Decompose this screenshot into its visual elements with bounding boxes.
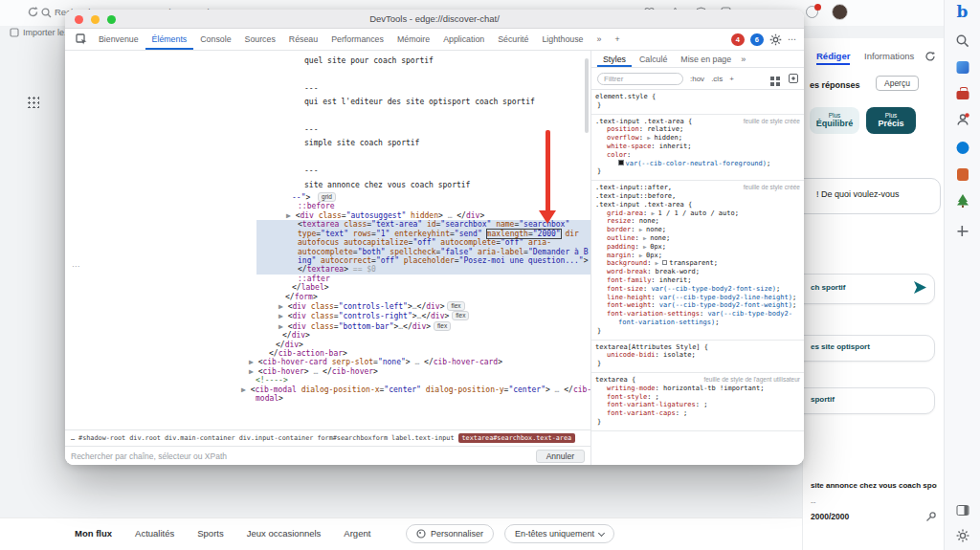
computed-grid-icon[interactable] xyxy=(770,77,774,80)
issues-badge[interactable]: 6 xyxy=(750,33,764,46)
dom-tree-node[interactable]: ::before xyxy=(65,202,590,210)
node-menu-icon[interactable]: ⋯ xyxy=(72,262,79,271)
collections-icon[interactable] xyxy=(956,61,969,74)
add-sidebar-icon[interactable] xyxy=(957,226,968,236)
dom-tree-node[interactable]: ::after xyxy=(65,275,590,283)
tab-styles[interactable]: Styles xyxy=(597,51,632,67)
styles-filter-input[interactable] xyxy=(597,73,683,85)
nav-jeux[interactable]: Jeux occasionnels xyxy=(247,528,322,539)
devtools-titlebar[interactable]: DevTools - edge://discover-chat/ xyxy=(65,10,804,29)
dom-tree-node[interactable]: --"> grid xyxy=(65,192,590,202)
error-badge[interactable]: 4 xyxy=(731,33,745,46)
tab-lighthouse[interactable]: Lighthouse xyxy=(535,29,590,50)
crumb-div-root[interactable]: div.root xyxy=(129,434,161,442)
inspect-element-icon[interactable] xyxy=(71,29,92,50)
dom-tree-node[interactable]: simple site coach sportif xyxy=(65,137,590,150)
dom-tree-node[interactable]: ▶ <div class="controls-right">…</div>fle… xyxy=(65,311,590,320)
dom-tree-node[interactable]: type="text" rows="1" enterkeyhint="send"… xyxy=(65,230,590,238)
dom-tree-node[interactable]: --- xyxy=(65,123,590,137)
zoom-button[interactable] xyxy=(107,15,116,24)
dom-tree-node[interactable]: ▶ <cib-hover-card serp-slot="none"> … </… xyxy=(65,358,590,366)
css-rule[interactable]: feuille de style de l'agent utilisateurt… xyxy=(591,373,804,431)
dom-tree-node[interactable]: quel site pour coach sportif xyxy=(65,55,590,68)
minimize-button[interactable] xyxy=(91,15,100,24)
css-rule[interactable]: element.style {} xyxy=(591,90,804,115)
dom-tree-node[interactable]: modal> xyxy=(65,394,590,403)
profile-avatar[interactable] xyxy=(832,4,848,20)
dom-tree-node[interactable]: <!----> xyxy=(65,376,590,385)
import-favorites-button[interactable]: Importer le... xyxy=(10,28,72,37)
dom-tree-node[interactable]: --- xyxy=(65,82,590,96)
crumb-input-container[interactable]: div.input-container xyxy=(239,434,314,442)
dom-tree-node[interactable]: </div> xyxy=(65,341,590,349)
css-rules-list[interactable]: element.style {}feuille de style créée.t… xyxy=(591,90,804,465)
suggestion-2-label[interactable]: es site optisport xyxy=(811,342,870,351)
tone-precise-button[interactable]: Plus Précis xyxy=(866,107,916,134)
tab-securite[interactable]: Sécurité xyxy=(491,29,535,50)
personalize-button[interactable]: Personnaliser xyxy=(406,524,494,543)
dom-tree-node[interactable]: </div> xyxy=(65,331,590,340)
dom-tree-node[interactable]: ▶ <div class="controls-left">…</div>flex xyxy=(65,301,590,311)
shopping-icon[interactable] xyxy=(957,168,969,181)
css-rule[interactable]: feuille de style créée.text-input::after… xyxy=(591,181,804,340)
element-state-icon[interactable] xyxy=(789,74,798,83)
tab-calcule[interactable]: Calculé xyxy=(634,51,673,67)
gear-icon[interactable] xyxy=(956,529,969,542)
dom-tree-node[interactable]: autofocus autocapitalize="off" autocompl… xyxy=(65,238,590,247)
dom-tree-node[interactable]: ▶ <cib-modal dialog-position-x="center" … xyxy=(65,385,590,394)
panel-toggle-icon[interactable] xyxy=(956,505,969,516)
styles-more-tabs-icon[interactable]: » xyxy=(741,55,746,64)
suggestion-1-label[interactable]: ch sportif xyxy=(811,283,845,292)
tab-memoire[interactable]: Mémoire xyxy=(390,29,436,50)
nav-actualites[interactable]: Actualités xyxy=(135,528,174,539)
tab-sources[interactable]: Sources xyxy=(238,29,282,50)
tab-reseau[interactable]: Réseau xyxy=(282,29,324,50)
css-rule[interactable]: textarea[Attributes Style] {unicode-bidi… xyxy=(591,341,804,373)
more-tabs-icon[interactable]: » xyxy=(590,29,609,50)
tab-mise-en-page[interactable]: Mise en page xyxy=(675,51,737,67)
chat-input-text[interactable]: site annonce chez vous coach sportif xyxy=(811,481,937,490)
dom-tree-node[interactable]: ing" autocorrect="off" placeholder="Pose… xyxy=(65,256,590,265)
dom-tree-node[interactable]: site annonce chez vous coach sportif xyxy=(65,179,590,192)
apercu-button[interactable]: Aperçu xyxy=(876,76,919,91)
headers-only-dropdown[interactable]: En-têtes uniquement xyxy=(504,524,614,543)
profile-icon[interactable] xyxy=(956,113,969,126)
suggestion-3-label[interactable]: sportif xyxy=(811,395,835,404)
messenger-icon[interactable] xyxy=(956,142,969,154)
crumb-main-container[interactable]: div.main-container xyxy=(165,434,235,442)
crumb-textarea-searchbox[interactable]: textarea#searchbox.text-area xyxy=(458,433,576,443)
tab-rediger[interactable]: Rédiger xyxy=(816,51,850,65)
find-input[interactable] xyxy=(71,451,530,461)
dom-tree-node[interactable]: ▶ <cib-hover> … </cib-hover> xyxy=(65,367,590,376)
crumb-label-text-input[interactable]: label.text-input xyxy=(391,434,454,442)
elements-scrollbar[interactable] xyxy=(585,58,589,133)
settings-gear-icon[interactable] xyxy=(769,33,782,46)
nav-mon-flux[interactable]: Mon flux xyxy=(75,528,112,539)
new-rule-button[interactable]: + xyxy=(729,75,734,83)
dom-tree-node[interactable]: ▶ <div class="bottom-bar">…</div>flex xyxy=(65,321,590,331)
tree-icon[interactable] xyxy=(956,193,969,208)
dom-tree-node[interactable]: --- xyxy=(65,165,590,178)
sidebar-search-icon[interactable] xyxy=(956,34,969,48)
crumb-shadow-root[interactable]: #shadow-root xyxy=(78,434,125,442)
tools-icon[interactable] xyxy=(956,91,969,99)
class-toggle[interactable]: .cls xyxy=(711,75,723,83)
crumb-searchboxform[interactable]: form#searchboxform xyxy=(317,434,388,442)
dom-tree-node[interactable]: qui est l'editeur des site optisport coa… xyxy=(65,96,590,109)
app-grid-icon[interactable] xyxy=(27,96,39,108)
tab-console[interactable]: Console xyxy=(193,29,237,50)
nav-argent[interactable]: Argent xyxy=(344,528,370,539)
cancel-button[interactable]: Annuler xyxy=(536,450,585,463)
dom-tree-node[interactable]: </textarea> == $0 xyxy=(65,265,590,274)
refresh-icon[interactable] xyxy=(27,6,39,18)
tab-elements[interactable]: Éléments xyxy=(145,29,194,50)
css-rule[interactable]: feuille de style créée.text-input .text-… xyxy=(591,115,804,182)
dom-tree-node[interactable]: ▶ <div class="autosuggest" hidden> … </d… xyxy=(65,211,590,220)
dom-tree-node[interactable] xyxy=(65,110,590,123)
maxlength-attribute-highlight[interactable]: maxlength="2000" xyxy=(487,230,561,238)
dom-tree-node[interactable] xyxy=(65,68,590,81)
nav-sports[interactable]: Sports xyxy=(197,528,223,539)
pseudo-state-toggle[interactable]: :hov xyxy=(690,75,704,83)
tone-balanced-button[interactable]: Plus Équilibré xyxy=(810,107,859,134)
refresh-chat-icon[interactable] xyxy=(924,51,936,62)
